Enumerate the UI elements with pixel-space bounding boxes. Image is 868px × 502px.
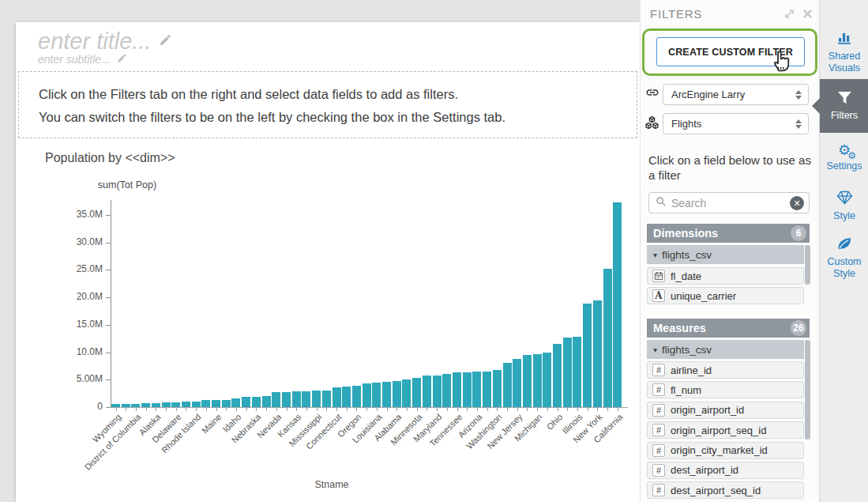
bar-item-5[interactable] bbox=[162, 402, 171, 407]
bar-item-29[interactable] bbox=[402, 379, 411, 407]
measure-field-origin_airport_id[interactable]: #origin_airport_id bbox=[647, 402, 804, 419]
x-tick-mark bbox=[236, 408, 237, 411]
bar-Kansas[interactable] bbox=[292, 391, 301, 407]
bar-item-27[interactable] bbox=[382, 382, 391, 407]
bar-Minnesota[interactable] bbox=[412, 378, 421, 407]
x-tick-mark bbox=[507, 408, 508, 411]
bar-item-7[interactable] bbox=[182, 402, 190, 407]
bar-Ohio[interactable] bbox=[553, 344, 562, 407]
bar-New Jersey[interactable] bbox=[513, 359, 521, 407]
bar-Alabama[interactable] bbox=[393, 381, 401, 407]
connection-select[interactable]: ArcEngine Larry bbox=[663, 84, 809, 105]
bar-Idaho[interactable] bbox=[231, 398, 240, 407]
visual-subtitle-placeholder[interactable]: enter subtitle... bbox=[38, 53, 111, 66]
measures-scrollbar[interactable] bbox=[805, 340, 810, 440]
bar-item-43[interactable] bbox=[543, 353, 551, 407]
bar-item-47[interactable] bbox=[583, 304, 592, 407]
bar-Washington[interactable] bbox=[493, 370, 502, 407]
measures-count-badge: 26 bbox=[791, 320, 806, 336]
bar-item-31[interactable] bbox=[423, 376, 431, 407]
measure-field-fl_num[interactable]: #fl_num bbox=[647, 381, 804, 398]
sidebar-item-settings[interactable]: ⚙⚙ Settings bbox=[820, 142, 868, 172]
clear-search-icon[interactable]: ✕ bbox=[790, 196, 804, 210]
bar-item-21[interactable] bbox=[322, 391, 331, 407]
bar-item-35[interactable] bbox=[463, 372, 472, 407]
measure-field-dest_airport_seq_id[interactable]: #dest_airport_seq_id bbox=[647, 481, 804, 499]
y-tick-mark bbox=[106, 297, 111, 298]
bar-item-25[interactable] bbox=[363, 383, 371, 407]
search-input[interactable] bbox=[671, 197, 790, 209]
bar-item-23[interactable] bbox=[342, 387, 351, 407]
dimension-field-fl_date[interactable]: fl_date bbox=[647, 267, 804, 285]
x-tick-mark bbox=[296, 408, 297, 411]
y-tick-label: 15.0M bbox=[54, 319, 103, 330]
sidebar-item-filters[interactable]: Filters bbox=[820, 79, 868, 133]
expand-panel-icon[interactable] bbox=[783, 8, 795, 23]
measures-field-list: #airline_id#fl_num#origin_airport_id#ori… bbox=[647, 361, 804, 499]
measure-field-origin_city_market_id[interactable]: #origin_city_market_id bbox=[647, 442, 804, 459]
edit-title-icon[interactable] bbox=[159, 33, 172, 50]
bar-Maryland[interactable] bbox=[433, 376, 442, 407]
bar-item-15[interactable] bbox=[262, 396, 271, 407]
bar-District of Columbia[interactable] bbox=[131, 404, 140, 407]
dataset-select[interactable]: Flights bbox=[663, 113, 809, 134]
measure-field-dest_airport_id[interactable]: #dest_airport_id bbox=[647, 462, 804, 479]
bar-Connecticut[interactable] bbox=[333, 387, 341, 407]
bar-Louisiana[interactable] bbox=[372, 383, 381, 407]
x-tick-mark bbox=[156, 408, 156, 411]
bar-item-1[interactable] bbox=[122, 404, 130, 407]
bar-item-45[interactable] bbox=[563, 338, 572, 407]
bar-Maine[interactable] bbox=[212, 400, 220, 407]
x-tick-mark bbox=[186, 408, 186, 411]
bar-Alaska[interactable] bbox=[152, 403, 160, 407]
y-tick-label: 10.0M bbox=[54, 346, 103, 357]
bar-Arizona[interactable] bbox=[472, 372, 481, 407]
bar-item-13[interactable] bbox=[242, 397, 250, 407]
x-tick-mark bbox=[336, 408, 337, 411]
bar-item-3[interactable] bbox=[141, 403, 150, 407]
bar-item-33[interactable] bbox=[442, 374, 451, 407]
bar-Nebraska[interactable] bbox=[252, 397, 261, 407]
bar-item-11[interactable] bbox=[222, 400, 231, 407]
bar-item-19[interactable] bbox=[302, 391, 310, 407]
bar-Michigan[interactable] bbox=[533, 354, 542, 407]
x-tick-mark bbox=[116, 408, 117, 411]
bar-item-9[interactable] bbox=[201, 400, 210, 407]
bar-Nevada[interactable] bbox=[272, 392, 280, 407]
measure-field-origin_airport_seq_id[interactable]: #origin_airport_seq_id bbox=[647, 421, 804, 439]
bar-item-17[interactable] bbox=[282, 392, 291, 407]
y-tick-mark bbox=[106, 353, 111, 353]
dimensions-dataset-group[interactable]: ▾ flights_csv bbox=[647, 245, 804, 264]
measures-section-header[interactable]: Measures 26 bbox=[647, 319, 810, 338]
bar-Rhode Island[interactable] bbox=[192, 402, 201, 407]
bar-item-41[interactable] bbox=[523, 355, 532, 407]
field-name: origin_city_market_id bbox=[671, 444, 768, 456]
edit-subtitle-icon[interactable] bbox=[117, 52, 127, 66]
bar-Oregon[interactable] bbox=[352, 386, 361, 407]
bar-California[interactable] bbox=[613, 202, 622, 407]
dimensions-section-header[interactable]: Dimensions 6 bbox=[647, 224, 810, 243]
sidebar-item-style[interactable]: Style bbox=[820, 191, 868, 222]
bar-Mississippi[interactable] bbox=[312, 391, 321, 407]
bar-Delaware[interactable] bbox=[171, 402, 180, 407]
close-panel-icon[interactable] bbox=[802, 8, 813, 23]
sidebar-item-shared-visuals[interactable]: Shared Visuals bbox=[820, 30, 868, 74]
x-tick-mark bbox=[618, 408, 618, 411]
sidebar-item-custom-style[interactable]: Custom Style bbox=[820, 236, 868, 280]
dimension-field-unique_carrier[interactable]: Aunique_carrier bbox=[647, 287, 804, 304]
measure-field-airline_id[interactable]: #airline_id bbox=[647, 361, 804, 379]
bar-item-39[interactable] bbox=[503, 363, 512, 407]
dimensions-scrollbar[interactable] bbox=[805, 245, 810, 285]
x-tick-mark bbox=[597, 408, 598, 411]
field-search-box[interactable]: ✕ bbox=[648, 192, 810, 213]
visual-title-placeholder[interactable]: enter title... bbox=[38, 28, 151, 55]
bar-item-37[interactable] bbox=[483, 372, 491, 407]
bar-Wyoming[interactable] bbox=[111, 404, 120, 407]
bar-New York[interactable] bbox=[593, 300, 602, 407]
bar-Tennessee[interactable] bbox=[453, 372, 461, 407]
x-tick-mark bbox=[407, 408, 408, 411]
bar-Illinois[interactable] bbox=[573, 337, 581, 407]
x-tick-mark bbox=[246, 408, 247, 411]
bar-item-49[interactable] bbox=[603, 269, 612, 407]
measures-dataset-group[interactable]: ▾ flights_csv bbox=[647, 340, 804, 359]
